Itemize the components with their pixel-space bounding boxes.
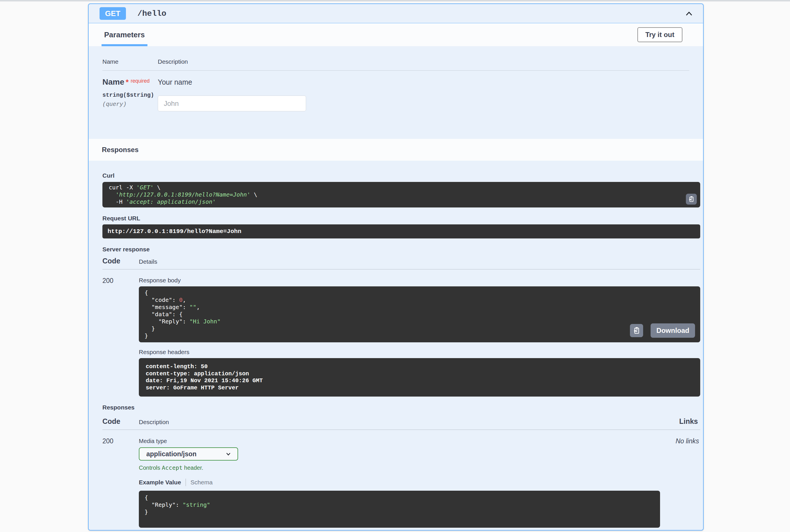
- response-body-label: Response body: [139, 277, 700, 284]
- method-badge: GET: [99, 7, 126, 20]
- media-type-select[interactable]: application/json: [139, 448, 238, 460]
- col-header-links: Links: [660, 417, 700, 425]
- tab-parameters-label: Parameters: [104, 31, 145, 39]
- request-url-label: Request URL: [102, 215, 700, 222]
- response-body-json: { "code": 0, "message": "", "data": { "R…: [139, 286, 700, 342]
- response-headers-label: Response headers: [139, 349, 700, 356]
- parameter-value-input[interactable]: [158, 96, 306, 111]
- server-response-row: 200 Response body { "code": 0, "message"…: [102, 269, 700, 397]
- server-response-table-header: Code Details: [102, 257, 700, 265]
- parameter-location: (query): [102, 101, 158, 108]
- status-code: 200: [102, 437, 139, 528]
- status-code: 200: [102, 277, 139, 397]
- responses-content: Curl curl -X 'GET' \ 'http://127.0.0.1:8…: [89, 161, 703, 530]
- parameters-table-header: Name Description: [102, 58, 689, 71]
- download-button[interactable]: Download: [651, 323, 695, 338]
- try-it-out-button[interactable]: Try it out: [637, 27, 682, 42]
- parameters-header-row: Parameters Try it out: [89, 23, 703, 46]
- server-response-label: Server response: [102, 246, 700, 253]
- copy-response-button[interactable]: [630, 324, 643, 337]
- hint-suffix: header.: [182, 464, 203, 471]
- response-headers-value: content-length: 50 content-type: applica…: [139, 358, 700, 397]
- curl-block-wrap: curl -X 'GET' \ 'http://127.0.0.1:8199/h…: [102, 182, 700, 207]
- parameter-name-line: Name*required: [102, 77, 158, 87]
- col-header-description: Description: [139, 419, 660, 425]
- required-asterisk: *: [126, 78, 129, 87]
- example-schema-tabs: Example Value Schema: [139, 479, 660, 486]
- opblock-summary[interactable]: GET /hello: [89, 4, 703, 23]
- col-header-details: Details: [139, 258, 700, 265]
- endpoint-path: /hello: [137, 9, 166, 18]
- response-body-wrap: { "code": 0, "message": "", "data": { "R…: [139, 286, 700, 342]
- parameter-description: Your name: [158, 78, 689, 87]
- hint-code: Accept: [162, 464, 182, 471]
- copy-curl-button[interactable]: [686, 194, 697, 205]
- example-value-wrap: { "Reply": "string"}: [139, 491, 660, 528]
- hint-prefix: Controls: [139, 464, 162, 471]
- documented-response-description: Media type application/json Controls Acc…: [139, 437, 660, 528]
- parameter-meta: Name*required string($string) (query): [102, 77, 158, 111]
- links-value: No links: [660, 437, 700, 528]
- required-label: required: [131, 78, 150, 84]
- responses-table-header: Code Description Links: [102, 417, 700, 425]
- tab-schema[interactable]: Schema: [191, 479, 213, 486]
- request-url-value: http://127.0.0.1:8199/hello?Name=John: [102, 224, 700, 239]
- chevron-up-icon: [684, 8, 694, 18]
- col-header-name: Name: [102, 58, 158, 65]
- media-type-selected-value: application/json: [146, 450, 196, 458]
- parameters-section: Name Description Name*required string($s…: [89, 46, 703, 139]
- tab-separator: [186, 479, 186, 486]
- col-header-description: Description: [158, 58, 689, 65]
- collapse-button[interactable]: [681, 7, 697, 20]
- curl-command: curl -X 'GET' \ 'http://127.0.0.1:8199/h…: [102, 182, 700, 207]
- parameter-type: string($string): [102, 92, 158, 98]
- accept-header-hint: Controls Accept header.: [139, 464, 660, 471]
- col-header-code: Code: [102, 417, 139, 425]
- documented-response-row: 200 Media type application/json Controls…: [102, 430, 700, 528]
- clipboard-copy-icon: [633, 326, 640, 335]
- col-header-code: Code: [102, 257, 139, 265]
- parameter-description-cell: Your name: [158, 77, 689, 111]
- responses-table-label: Responses: [102, 404, 700, 411]
- opblock-get-hello: GET /hello Parameters Try it out Name De…: [88, 3, 704, 531]
- clipboard-copy-icon: [688, 196, 695, 203]
- tab-parameters[interactable]: Parameters: [101, 23, 148, 46]
- top-divider: [0, 0, 790, 1]
- server-response-details: Response body { "code": 0, "message": ""…: [139, 277, 700, 397]
- curl-label: Curl: [102, 172, 700, 179]
- parameter-row: Name*required string($string) (query) Yo…: [102, 71, 689, 111]
- response-body-actions: Download: [630, 323, 695, 338]
- parameter-name: Name: [102, 77, 124, 87]
- media-type-label: Media type: [139, 438, 660, 444]
- responses-section-header: Responses: [89, 139, 703, 161]
- example-value-json: { "Reply": "string"}: [139, 491, 660, 528]
- chevron-down-icon: [225, 451, 232, 457]
- responses-section-title: Responses: [102, 146, 138, 154]
- tab-example-value[interactable]: Example Value: [139, 479, 181, 486]
